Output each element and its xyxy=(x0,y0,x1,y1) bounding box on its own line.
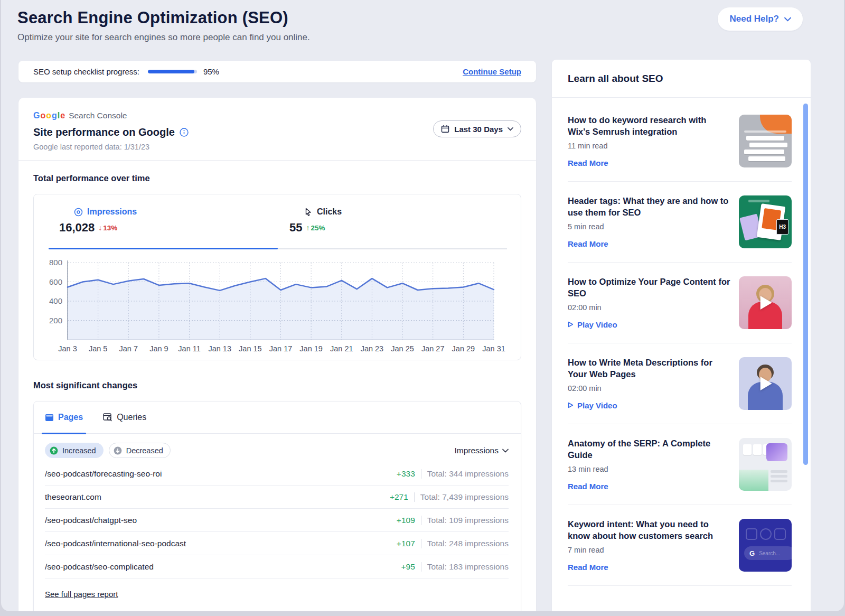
date-range-selector[interactable]: Last 30 Days xyxy=(433,120,521,137)
see-full-pages-report-link[interactable]: See full pages report xyxy=(45,590,118,599)
article-thumbnail[interactable] xyxy=(739,115,792,167)
article-title: How to do keyword research with Wix's Se… xyxy=(568,115,730,138)
h3-tag-label: H3 xyxy=(776,219,788,235)
article-item[interactable]: How to Write Meta Descriptions for Your … xyxy=(568,343,792,424)
divider xyxy=(421,539,421,548)
google-search-bar-art: G Search... xyxy=(744,546,792,560)
total-impressions: Total: 248 impressions xyxy=(427,539,509,548)
impressions-value: 16,028 xyxy=(59,221,95,235)
tab-queries[interactable]: Queries xyxy=(103,402,146,433)
article-item[interactable]: Anatomy of the SERP: A Complete Guide 13… xyxy=(568,424,792,505)
need-help-button[interactable]: Need Help? xyxy=(718,7,803,31)
change-value: +333 xyxy=(397,469,415,479)
tab-pages[interactable]: Pages xyxy=(45,402,83,433)
progress-percent: 95% xyxy=(203,67,219,76)
read-more-link[interactable]: Read More xyxy=(568,482,730,491)
total-impressions: Total: 109 impressions xyxy=(427,516,509,525)
impressions-delta: ↓13% xyxy=(98,223,117,232)
page-change-row[interactable]: /seo-podcast/international-seo-podcast +… xyxy=(45,532,509,555)
google-search-console-logo: Google Search Console xyxy=(33,111,521,120)
date-range-label: Last 30 Days xyxy=(454,125,503,134)
card-title: Site performance on Google xyxy=(33,126,175,138)
page-title: Search Engine Optimization (SEO) xyxy=(17,8,310,27)
article-title: Keyword intent: What you need to know ab… xyxy=(568,519,730,542)
sort-by-selector[interactable]: Impressions xyxy=(454,446,509,455)
article-title: Anatomy of the SERP: A Complete Guide xyxy=(568,438,730,461)
filter-decreased[interactable]: Decreased xyxy=(109,443,171,458)
sort-label: Impressions xyxy=(454,446,499,455)
info-icon[interactable] xyxy=(180,128,189,137)
svg-text:200: 200 xyxy=(49,316,62,325)
tab-pages-label: Pages xyxy=(58,413,83,422)
page-change-row[interactable]: /seo-podcast/chatgpt-seo +109Total: 109 … xyxy=(45,509,509,532)
change-value: +107 xyxy=(397,539,415,548)
play-video-link[interactable]: Play Video xyxy=(568,401,730,410)
tab-impressions[interactable]: Impressions 16,028 ↓13% xyxy=(59,207,137,235)
page-change-row[interactable]: /seo-podcast/forecasting-seo-roi +333Tot… xyxy=(45,462,509,486)
change-value: +271 xyxy=(390,492,408,502)
change-value: +95 xyxy=(401,562,415,572)
total-impressions: Total: 183 impressions xyxy=(427,562,509,572)
read-more-link[interactable]: Read More xyxy=(568,563,730,572)
increase-icon xyxy=(50,446,58,455)
logo-text: Search Console xyxy=(69,111,127,120)
performance-heading: Total performance over time xyxy=(33,173,521,183)
page-change-row[interactable]: theseorant.com +271Total: 7,439 impressi… xyxy=(45,486,509,509)
progress-bar xyxy=(148,70,197,73)
page-change-row[interactable]: /seo-podcast/seo-complicated +95Total: 1… xyxy=(45,555,509,578)
page-path: /seo-podcast/chatgpt-seo xyxy=(45,516,137,525)
progress-label: SEO setup checklist progress: xyxy=(33,67,139,76)
article-read-time: 7 min read xyxy=(568,546,730,554)
svg-text:Jan 19: Jan 19 xyxy=(299,344,323,353)
logo-letter: e xyxy=(60,111,65,120)
learn-seo-panel: Learn all about SEO How to do keyword re… xyxy=(552,60,811,611)
seo-checklist-progress-card: SEO setup checklist progress: 95% Contin… xyxy=(18,61,536,82)
article-duration: 02:00 min xyxy=(568,384,730,393)
clicks-label: Clicks xyxy=(317,207,342,217)
article-thumbnail[interactable]: G Search... xyxy=(739,519,792,572)
article-item[interactable]: Header tags: What they are and how to us… xyxy=(568,182,792,263)
inactive-tab-underline xyxy=(278,248,507,249)
video-thumbnail[interactable] xyxy=(739,276,792,329)
filter-increased-label: Increased xyxy=(62,446,96,455)
svg-text:Jan 23: Jan 23 xyxy=(361,344,384,353)
svg-text:600: 600 xyxy=(49,277,62,286)
read-more-link[interactable]: Read More xyxy=(568,158,730,167)
logo-letter: l xyxy=(58,111,60,120)
chevron-down-icon xyxy=(784,17,791,22)
read-more-link[interactable]: Read More xyxy=(568,239,730,248)
article-item[interactable]: How to Optimize Your Page Content for SE… xyxy=(568,263,792,343)
divider xyxy=(421,469,421,479)
continue-setup-link[interactable]: Continue Setup xyxy=(463,67,521,76)
play-video-link[interactable]: Play Video xyxy=(568,320,730,329)
significant-changes-card: Pages Queries Increased xyxy=(33,401,521,611)
logo-letter: g xyxy=(52,111,57,120)
page-header: Search Engine Optimization (SEO) Optimiz… xyxy=(17,8,310,43)
filter-increased[interactable]: Increased xyxy=(45,443,104,458)
chevron-down-icon xyxy=(508,127,513,131)
decrease-icon xyxy=(114,446,122,455)
svg-text:Jan 21: Jan 21 xyxy=(330,344,353,353)
video-thumbnail[interactable] xyxy=(739,357,792,410)
performance-chart-panel: Impressions 16,028 ↓13% Clicks 55 ↑25% xyxy=(33,194,521,360)
svg-text:Jan 13: Jan 13 xyxy=(208,344,231,353)
article-item[interactable]: How to do keyword research with Wix's Se… xyxy=(568,101,792,182)
page-subtitle: Optimize your site for search engines so… xyxy=(17,32,310,43)
article-read-time: 11 min read xyxy=(568,142,730,150)
svg-text:800: 800 xyxy=(49,258,62,267)
article-thumbnail[interactable]: H3 xyxy=(739,195,792,248)
logo-letter: o xyxy=(46,111,51,120)
scrollbar[interactable] xyxy=(803,104,808,465)
need-help-label: Need Help? xyxy=(729,14,779,24)
google-g-logo: G xyxy=(749,549,755,557)
pages-change-list: /seo-podcast/forecasting-seo-roi +333Tot… xyxy=(45,462,509,578)
article-item[interactable]: Keyword intent: What you need to know ab… xyxy=(568,505,792,586)
queries-icon xyxy=(103,413,112,422)
changes-tabs: Pages Queries xyxy=(34,402,521,434)
arrow-up-icon: ↑ xyxy=(306,223,309,232)
svg-text:Jan 5: Jan 5 xyxy=(89,344,107,353)
tab-clicks[interactable]: Clicks 55 ↑25% xyxy=(289,207,342,235)
filter-decreased-label: Decreased xyxy=(126,446,163,455)
learn-seo-heading: Learn all about SEO xyxy=(552,60,811,98)
article-thumbnail[interactable] xyxy=(739,438,792,491)
